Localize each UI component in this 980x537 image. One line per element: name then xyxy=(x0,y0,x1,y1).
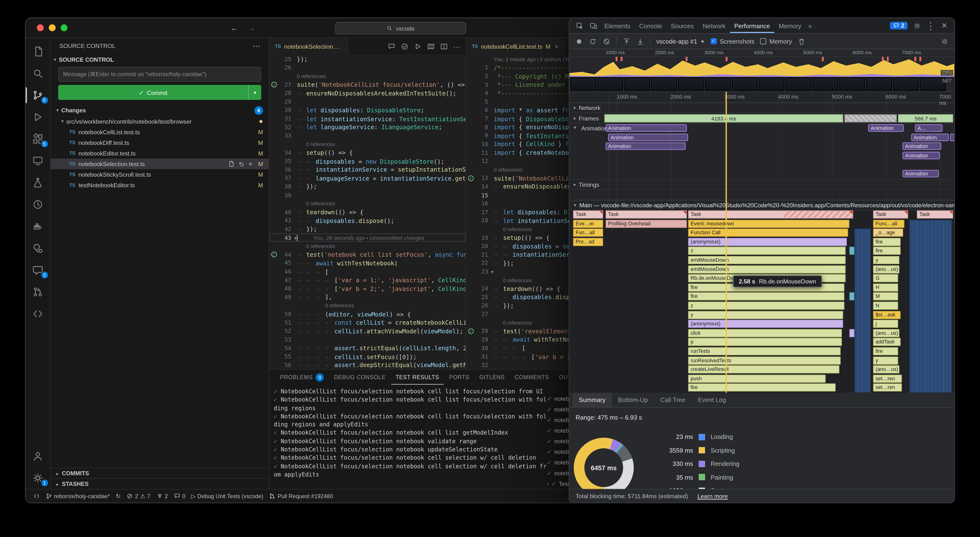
flame-bar[interactable]: set…ren xyxy=(873,375,902,383)
messages-badge[interactable]: 2 xyxy=(890,22,908,29)
activity-explorer[interactable] xyxy=(25,40,50,62)
screenshot-thumb[interactable] xyxy=(598,77,623,91)
activity-accounts[interactable] xyxy=(25,445,50,467)
flame-bar[interactable]: push xyxy=(688,375,826,383)
code-line[interactable]: 48→→→→['var b = 2;', 'javascript', CellK… xyxy=(269,284,466,293)
panel-tab-comments[interactable]: COMMENTS xyxy=(510,370,554,384)
flame-chart[interactable]: TaskTaskTaskTaskTaskEve…erProfiling Over… xyxy=(570,210,955,392)
screenshot-thumb[interactable] xyxy=(812,77,838,91)
flame-bar[interactable]: H xyxy=(873,283,898,292)
activity-run-debug[interactable] xyxy=(25,106,50,128)
panel-tab-debug-console[interactable]: DEBUG CONSOLE xyxy=(329,370,390,384)
frames-track[interactable]: ▸ Frames 4183.4 ms566.7 ms xyxy=(570,113,955,124)
flame-bar[interactable]: createLiveResult xyxy=(688,365,839,373)
activity-github-pr[interactable] xyxy=(25,281,50,303)
network-track[interactable]: ▸ Network xyxy=(570,103,955,113)
commits-section[interactable]: ▸ COMMITS xyxy=(51,467,269,478)
clear-icon[interactable] xyxy=(602,37,611,45)
code-line[interactable]: ✓44→test('notebook cell list setFocus', … xyxy=(269,250,466,259)
animation-bar[interactable]: A… xyxy=(915,124,942,132)
devtools-tab-console[interactable]: Console xyxy=(635,18,666,33)
flame-bar[interactable]: (ano…us) xyxy=(873,365,899,373)
code-line[interactable]: 45→→await withTestNotebook( xyxy=(269,259,466,267)
code-line[interactable]: 42→}); xyxy=(269,225,466,233)
codelens-references[interactable]: 0 references xyxy=(269,242,466,250)
code-line[interactable]: 35→→disposables = new DisposableStore(); xyxy=(269,157,466,165)
flame-bar[interactable]: z xyxy=(688,302,845,310)
activity-search[interactable] xyxy=(25,62,50,84)
test-result-line[interactable]: ✓ NotebookCellList focus/selection noteb… xyxy=(274,412,548,429)
test-output[interactable]: ✓ NotebookCellList focus/selection noteb… xyxy=(269,384,548,478)
panel-tab-ports[interactable]: PORTS xyxy=(445,370,474,384)
discard-changes-icon[interactable] xyxy=(238,160,245,168)
code-line[interactable]: 37→→languageService = instantiationServi… xyxy=(269,174,466,183)
devtools-tab-performance[interactable]: Performance xyxy=(730,18,775,33)
target-select[interactable]: vscode-app #1 ▼ xyxy=(656,38,705,44)
frame-bar[interactable]: 566.7 ms xyxy=(898,114,953,122)
flame-bar[interactable]: (anonymous) xyxy=(688,320,843,328)
screenshot-thumb[interactable] xyxy=(571,77,596,91)
remote-indicator[interactable] xyxy=(30,489,43,502)
flame-bar[interactable]: Profiling Overhead xyxy=(606,219,687,228)
flame-bar[interactable]: Task xyxy=(917,210,953,219)
details-tab-call-tree[interactable]: Call Tree xyxy=(654,393,692,407)
animation-bar[interactable]: Animation xyxy=(606,124,687,132)
devtools-tab-sources[interactable]: Sources xyxy=(667,18,698,33)
scm-file-row[interactable]: TSnotebookCellList.test.tsM xyxy=(51,127,269,137)
test-result-line[interactable]: ✓ NotebookCellList focus/selection noteb… xyxy=(274,454,548,462)
test-result-line[interactable]: ✓ NotebookCellList focus/selection noteb… xyxy=(274,437,548,445)
codelens-references[interactable]: 0 references xyxy=(269,199,466,208)
activity-source-control[interactable]: 6 xyxy=(25,84,50,106)
activity-copilot-chat[interactable]: 3 xyxy=(25,259,50,281)
minimize-window-button[interactable] xyxy=(49,24,56,31)
animation-bar[interactable]: Animation xyxy=(608,133,688,141)
comment-action-icon[interactable] xyxy=(388,40,396,52)
animation-bar[interactable]: Animation xyxy=(868,124,904,132)
flame-bar[interactable]: j xyxy=(873,320,898,328)
code-line[interactable]: 50→→→(editor, viewModel) => { xyxy=(269,310,466,318)
capture-settings-gear-icon[interactable] xyxy=(941,37,949,45)
devtools-tab-network[interactable]: Network xyxy=(698,18,730,33)
main-thread-header[interactable]: ▾ Main — vscode-file://vscode-app/Applic… xyxy=(570,200,955,210)
flame-bar[interactable]: M xyxy=(873,292,898,300)
learn-more-link[interactable]: Learn more xyxy=(697,493,728,499)
activity-remote-explorer[interactable] xyxy=(25,150,50,172)
animation-bar[interactable]: Animation xyxy=(903,151,940,159)
screenshot-thumb[interactable] xyxy=(893,77,919,91)
sync-status[interactable]: ↻ xyxy=(113,489,124,502)
test-result-line[interactable]: ✓ NotebookCellList focus/selection noteb… xyxy=(274,387,548,395)
commit-button[interactable]: ✓Commit ▼ xyxy=(58,85,261,100)
scm-file-row[interactable]: TSnotebookDiff.test.tsM xyxy=(51,137,269,148)
test-result-line[interactable]: ✓ NotebookCellList focus/selection noteb… xyxy=(274,429,548,437)
scm-file-row[interactable]: TSnotebookEditor.test.tsM xyxy=(51,148,269,159)
flame-bar[interactable]: addTask xyxy=(873,338,900,346)
scm-file-row[interactable]: TSnotebookStickyScroll.test.tsM xyxy=(51,169,269,180)
more-tabs-icon[interactable]: » xyxy=(806,22,815,29)
screenshot-thumb[interactable] xyxy=(705,77,731,91)
code-line[interactable]: 55→→→→cellList.setFocus([0]); xyxy=(269,353,466,361)
code-line[interactable]: 36→→instantiationService = setupInstanti… xyxy=(269,165,466,174)
test-result-line[interactable]: ✓ NotebookCellList focus/selection noteb… xyxy=(274,462,548,478)
flame-bar[interactable]: Task xyxy=(606,210,687,219)
stage-changes-icon[interactable]: + xyxy=(249,161,253,167)
save-profile-icon[interactable] xyxy=(636,37,644,45)
screenshot-thumb[interactable] xyxy=(624,77,650,91)
scm-file-row[interactable]: TSnotebookSelection.test.ts+M xyxy=(51,159,269,169)
flame-bar[interactable]: _o…age xyxy=(873,229,903,237)
flame-bar[interactable] xyxy=(849,247,854,255)
memory-checkbox[interactable]: Memory xyxy=(760,38,792,44)
flame-bar[interactable]: runResolvedTests xyxy=(688,356,841,364)
zoom-window-button[interactable] xyxy=(60,24,67,31)
flame-bar[interactable]: N xyxy=(873,302,898,310)
code-line[interactable]: 46→→→[ xyxy=(269,267,466,276)
devtools-tab-memory[interactable]: Memory xyxy=(774,18,806,33)
split-action-icon[interactable] xyxy=(440,40,448,52)
code-line[interactable]: 34→setup(() => { xyxy=(269,148,466,157)
activity-github-actions[interactable] xyxy=(25,237,50,259)
code-line[interactable]: 56→→→→assert.deepStrictEqual(viewModel.g… xyxy=(269,361,466,369)
activity-gitlens[interactable] xyxy=(25,194,50,216)
branch-status[interactable]: rebornix/holy-canidae* xyxy=(43,489,113,502)
flame-bar[interactable]: fire xyxy=(688,292,845,300)
flame-bar[interactable]: p xyxy=(688,338,842,346)
kebab-menu-icon[interactable]: ⋮ xyxy=(924,20,937,32)
